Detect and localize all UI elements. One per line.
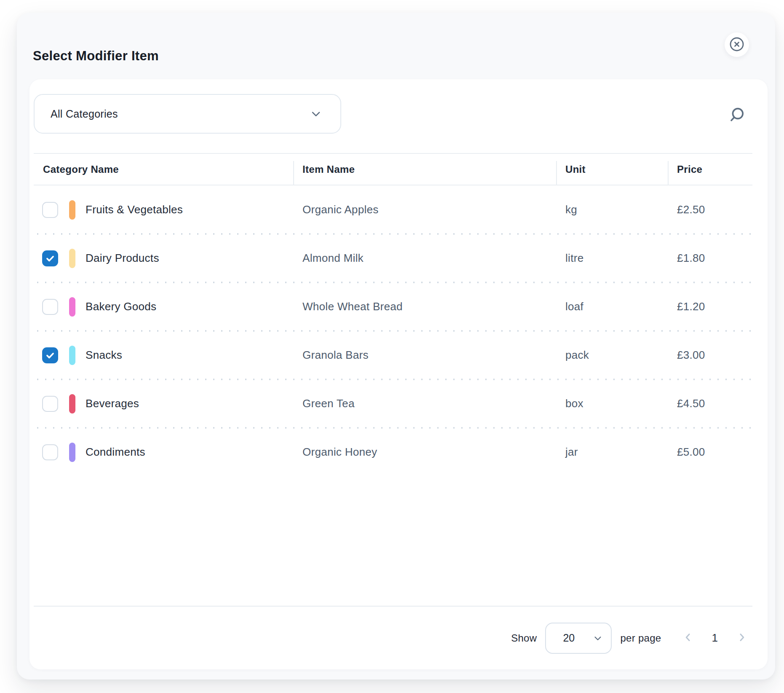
- search-button[interactable]: [727, 105, 747, 125]
- item-unit: pack: [556, 349, 668, 362]
- filter-bar: All Categories: [34, 94, 752, 134]
- item-price: £1.80: [668, 252, 752, 265]
- item-name: Granola Bars: [293, 349, 556, 362]
- per-page-label: per page: [620, 632, 661, 644]
- search-icon: [727, 105, 747, 125]
- table-row[interactable]: Fruits & Vegetables Organic Apples kg £2…: [34, 185, 752, 234]
- item-unit: jar: [556, 446, 668, 459]
- category-filter-dropdown[interactable]: All Categories: [34, 94, 341, 134]
- row-checkbox[interactable]: [42, 444, 58, 460]
- item-price: £1.20: [668, 300, 752, 313]
- pager: 1: [682, 631, 748, 645]
- row-checkbox[interactable]: [42, 347, 58, 363]
- row-checkbox[interactable]: [42, 250, 58, 266]
- chevron-down-icon: [592, 633, 603, 644]
- table-row[interactable]: Beverages Green Tea box £4.50: [34, 379, 752, 428]
- category-color-pill: [69, 346, 75, 365]
- category-color-pill: [69, 249, 75, 268]
- category-color-pill: [69, 443, 75, 462]
- table-header-row: Category Name Item Name Unit Price: [34, 153, 752, 185]
- next-page-button[interactable]: [736, 631, 748, 645]
- column-header-unit: Unit: [556, 154, 668, 185]
- item-price: £4.50: [668, 397, 752, 410]
- select-modifier-modal: Select Modifier Item All Categories: [17, 13, 775, 680]
- item-name: Organic Apples: [293, 203, 556, 216]
- current-page-number: 1: [712, 631, 718, 645]
- modal-title: Select Modifier Item: [33, 48, 159, 64]
- close-icon: [728, 36, 745, 54]
- row-checkbox[interactable]: [42, 396, 58, 412]
- item-name: Green Tea: [293, 397, 556, 410]
- item-unit: litre: [556, 252, 668, 265]
- content-card: All Categories Category Name Item Name U…: [29, 79, 768, 669]
- category-color-pill: [69, 297, 75, 317]
- category-name: Condiments: [86, 446, 145, 459]
- column-header-item-name: Item Name: [293, 154, 556, 185]
- close-button[interactable]: [725, 32, 749, 57]
- column-header-price: Price: [668, 154, 752, 185]
- modifier-items-table: Category Name Item Name Unit Price Fruit…: [34, 153, 752, 476]
- item-name: Almond Milk: [293, 252, 556, 265]
- category-color-pill: [69, 394, 75, 414]
- table-row[interactable]: Dairy Products Almond Milk litre £1.80: [34, 234, 752, 282]
- item-price: £5.00: [668, 446, 752, 459]
- item-unit: box: [556, 397, 668, 410]
- item-unit: kg: [556, 203, 668, 216]
- category-filter-value: All Categories: [51, 108, 118, 120]
- item-price: £3.00: [668, 349, 752, 362]
- previous-page-button[interactable]: [682, 631, 694, 645]
- row-checkbox[interactable]: [42, 202, 58, 218]
- column-header-category-name: Category Name: [34, 154, 293, 185]
- chevron-left-icon: [682, 631, 694, 645]
- row-checkbox[interactable]: [42, 299, 58, 315]
- category-color-pill: [69, 200, 75, 220]
- category-name: Fruits & Vegetables: [86, 203, 183, 216]
- pagination-bar: Show 20 per page 1: [34, 607, 752, 669]
- table-row[interactable]: Snacks Granola Bars pack £3.00: [34, 331, 752, 379]
- category-name: Snacks: [86, 349, 122, 362]
- show-label: Show: [511, 632, 537, 644]
- chevron-right-icon: [736, 631, 748, 645]
- item-name: Organic Honey: [293, 446, 556, 459]
- page-background: Select Modifier Item All Categories: [0, 0, 784, 693]
- item-unit: loaf: [556, 300, 668, 313]
- category-name: Dairy Products: [86, 252, 159, 265]
- item-name: Whole Wheat Bread: [293, 300, 556, 313]
- category-name: Bakery Goods: [86, 300, 156, 313]
- table-row[interactable]: Bakery Goods Whole Wheat Bread loaf £1.2…: [34, 282, 752, 331]
- category-name: Beverages: [86, 397, 139, 410]
- page-size-select[interactable]: 20: [545, 623, 612, 654]
- item-price: £2.50: [668, 203, 752, 216]
- chevron-down-icon: [309, 107, 323, 121]
- table-body: Fruits & Vegetables Organic Apples kg £2…: [34, 185, 752, 476]
- page-size-value: 20: [563, 632, 575, 644]
- table-row[interactable]: Condiments Organic Honey jar £5.00: [34, 428, 752, 476]
